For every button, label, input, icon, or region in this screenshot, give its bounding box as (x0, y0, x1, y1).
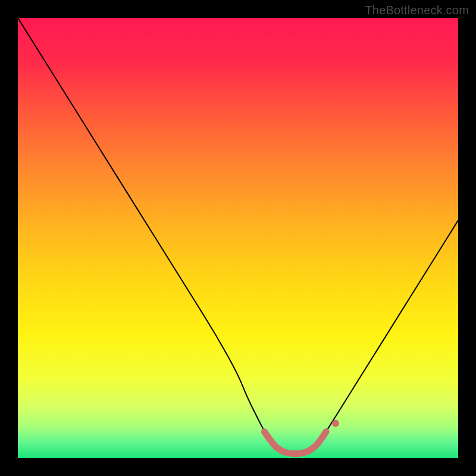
gradient-background (18, 18, 458, 458)
highlight-end-dot (332, 420, 339, 427)
chart-stage: TheBottleneck.com (0, 0, 476, 476)
watermark-text: TheBottleneck.com (365, 4, 469, 17)
chart-svg (18, 18, 458, 458)
plot-area (18, 18, 458, 458)
